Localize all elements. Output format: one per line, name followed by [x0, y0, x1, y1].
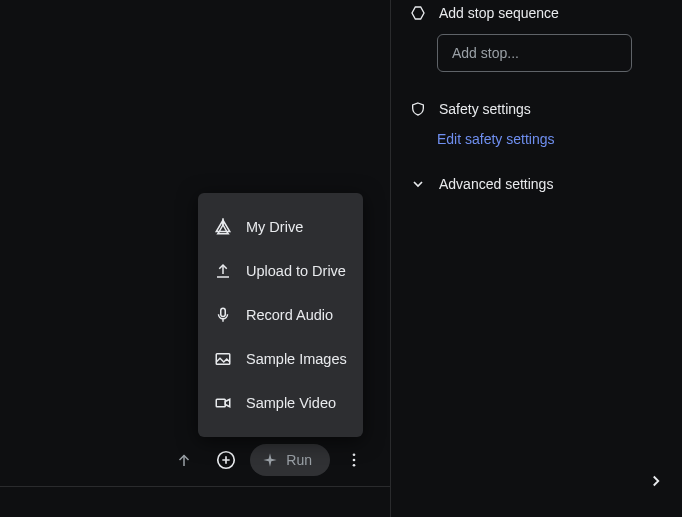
- menu-item-label: Record Audio: [246, 307, 333, 323]
- menu-item-label: Sample Images: [246, 351, 347, 367]
- svg-point-6: [353, 463, 356, 466]
- menu-item-label: Sample Video: [246, 395, 336, 411]
- stop-sequence-input[interactable]: [437, 34, 632, 72]
- menu-item-my-drive[interactable]: My Drive: [198, 205, 363, 249]
- sparkle-icon: [262, 452, 278, 468]
- shield-icon: [409, 100, 427, 118]
- upload-icon: [214, 262, 232, 280]
- menu-item-label: Upload to Drive: [246, 263, 346, 279]
- image-icon: [214, 350, 232, 368]
- safety-row: Safety settings: [409, 100, 664, 118]
- advanced-label: Advanced settings: [439, 176, 553, 192]
- stop-input-wrap: [437, 34, 664, 72]
- svg-point-4: [353, 453, 356, 456]
- chevron-down-icon: [409, 175, 427, 193]
- advanced-settings-toggle[interactable]: Advanced settings: [409, 175, 664, 193]
- menu-item-sample-images[interactable]: Sample Images: [198, 337, 363, 381]
- svg-rect-0: [221, 308, 226, 316]
- bottom-bar: Run: [0, 439, 390, 487]
- stop-sequence-row: Add stop sequence: [409, 4, 664, 22]
- run-button-label: Run: [286, 452, 312, 468]
- menu-item-sample-video[interactable]: Sample Video: [198, 381, 363, 425]
- drive-icon: [214, 218, 232, 236]
- edit-safety-link[interactable]: Edit safety settings: [437, 131, 555, 147]
- settings-sidebar: Add stop sequence Safety settings Edit s…: [390, 0, 682, 517]
- svg-rect-2: [216, 399, 225, 407]
- hexagon-icon: [409, 4, 427, 22]
- microphone-icon: [214, 306, 232, 324]
- main-area: My Drive Upload to Drive Record Audio: [0, 0, 390, 517]
- run-button[interactable]: Run: [250, 444, 330, 476]
- menu-item-upload[interactable]: Upload to Drive: [198, 249, 363, 293]
- video-icon: [214, 394, 232, 412]
- svg-point-5: [353, 458, 356, 461]
- svg-marker-7: [412, 7, 424, 19]
- collapse-sidebar-button[interactable]: [644, 469, 668, 493]
- more-menu-button[interactable]: [336, 442, 372, 478]
- safety-label: Safety settings: [439, 101, 531, 117]
- menu-item-record-audio[interactable]: Record Audio: [198, 293, 363, 337]
- menu-item-label: My Drive: [246, 219, 303, 235]
- add-button[interactable]: [208, 442, 244, 478]
- up-arrow-button[interactable]: [166, 442, 202, 478]
- attach-menu: My Drive Upload to Drive Record Audio: [198, 193, 363, 437]
- stop-sequence-label: Add stop sequence: [439, 5, 559, 21]
